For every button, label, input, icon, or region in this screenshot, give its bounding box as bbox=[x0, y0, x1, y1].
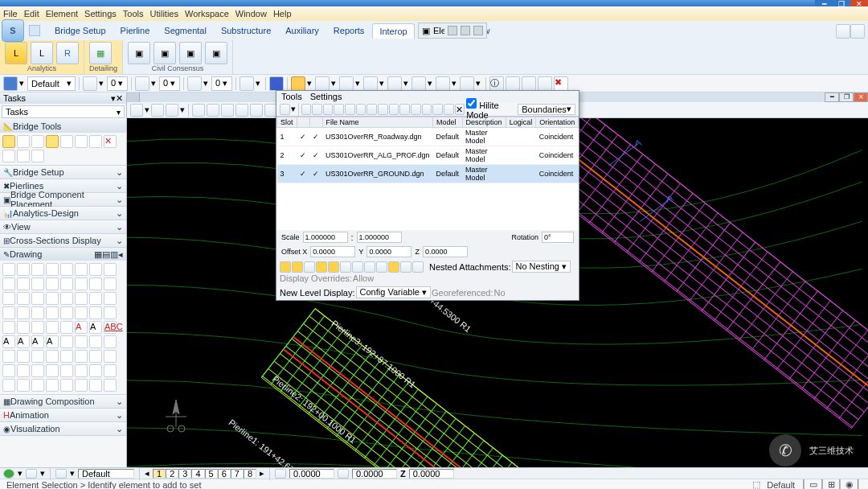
tool-btn[interactable] bbox=[46, 263, 59, 276]
hilite-checkbox[interactable] bbox=[466, 98, 477, 109]
ref-toggle[interactable] bbox=[412, 261, 424, 273]
tool-select-arrow[interactable] bbox=[2, 135, 15, 148]
refwin-tool[interactable] bbox=[323, 104, 334, 115]
tool-delete[interactable]: ✕ bbox=[104, 135, 117, 148]
section-bridge-tools[interactable]: 📐 Bridge Tools bbox=[0, 120, 126, 133]
tool-btn[interactable] bbox=[104, 263, 117, 276]
tool-btn[interactable] bbox=[31, 379, 44, 392]
tool-btn[interactable] bbox=[31, 292, 44, 305]
refwin-menu-settings[interactable]: Settings bbox=[310, 92, 342, 101]
table-row[interactable]: 1✓✓US301OverRR_Roadway.dgnDefaultMaster … bbox=[277, 128, 579, 146]
view-1-button[interactable]: 1 bbox=[153, 469, 166, 479]
ref-toggle[interactable] bbox=[340, 261, 351, 273]
tool-btn[interactable] bbox=[315, 76, 330, 91]
table-row[interactable]: 2✓✓US301OverRR_ALG_PROF.dgnDefaultMaster… bbox=[277, 146, 579, 165]
view-6-button[interactable]: 6 bbox=[218, 469, 231, 479]
col-icon1[interactable] bbox=[297, 117, 309, 128]
active-level-readout[interactable]: Default bbox=[767, 480, 795, 490]
col-slot[interactable]: Slot bbox=[277, 117, 297, 128]
tool-btn[interactable]: A bbox=[46, 335, 59, 348]
section-bcp[interactable]: ▣ Bridge Component Placement⌄ bbox=[0, 193, 126, 206]
refwin-tool[interactable] bbox=[356, 104, 366, 115]
tool-btn[interactable] bbox=[363, 76, 378, 91]
tool-btn[interactable] bbox=[60, 321, 73, 334]
col-desc[interactable]: Description bbox=[462, 117, 506, 128]
ref-toggle[interactable] bbox=[304, 261, 315, 273]
tool-btn[interactable] bbox=[60, 335, 73, 348]
menu-workspace[interactable]: Workspace bbox=[185, 9, 229, 18]
ribbon-btn-create[interactable]: ▣ bbox=[128, 42, 150, 64]
ribbon-collapse-button[interactable] bbox=[836, 24, 850, 39]
ref-toggle[interactable] bbox=[376, 261, 387, 273]
tool-btn[interactable] bbox=[31, 277, 44, 290]
level-select[interactable]: Default▾ bbox=[27, 76, 76, 91]
menu-edit[interactable]: Edit bbox=[24, 9, 39, 18]
tool-select[interactable]: 0 ▾ bbox=[211, 76, 232, 91]
tool-btn[interactable] bbox=[460, 76, 474, 91]
col-model[interactable]: Model bbox=[433, 117, 463, 128]
scale-2-input[interactable] bbox=[357, 232, 402, 243]
tool-btn[interactable] bbox=[31, 364, 44, 377]
app-icon[interactable]: S bbox=[2, 19, 24, 42]
tool-btn[interactable] bbox=[75, 350, 88, 363]
ref-toggle[interactable] bbox=[280, 261, 291, 273]
tool-text-a[interactable]: A bbox=[75, 321, 88, 334]
section-bridge-setup[interactable]: 🔧 Bridge Setup⌄ bbox=[0, 166, 126, 179]
tool-btn[interactable] bbox=[46, 321, 59, 334]
tool-btn[interactable] bbox=[104, 379, 117, 392]
minibar-min-button[interactable] bbox=[448, 26, 457, 35]
tool-btn[interactable] bbox=[60, 379, 73, 392]
offset-x-input[interactable] bbox=[310, 246, 355, 257]
tool-btn[interactable] bbox=[46, 306, 59, 319]
tasks-dropdown[interactable]: Tasks▾ bbox=[2, 105, 125, 118]
fill-button[interactable] bbox=[269, 76, 284, 91]
tool-btn[interactable] bbox=[89, 364, 102, 377]
tool-btn[interactable] bbox=[31, 350, 44, 363]
tool-btn[interactable]: A bbox=[17, 335, 30, 348]
tool-btn[interactable] bbox=[2, 321, 15, 334]
tool-btn[interactable] bbox=[104, 335, 117, 348]
quick-access-button[interactable] bbox=[29, 25, 40, 36]
tool-btn[interactable] bbox=[46, 364, 59, 377]
tool-btn[interactable]: ABC bbox=[104, 321, 117, 334]
tool-btn[interactable] bbox=[31, 306, 44, 319]
refwin-tool[interactable] bbox=[280, 104, 290, 115]
refwin-tool[interactable] bbox=[366, 104, 377, 115]
refwin-tool[interactable] bbox=[312, 104, 322, 115]
tool-btn[interactable] bbox=[89, 379, 102, 392]
tool-btn[interactable] bbox=[60, 263, 73, 276]
tool-btn[interactable] bbox=[436, 76, 450, 91]
refwin-tool[interactable]: ✕ bbox=[455, 104, 465, 115]
locks-button[interactable] bbox=[26, 469, 37, 479]
section-drawcomp[interactable]: ▦ Drawing Composition⌄ bbox=[0, 395, 126, 408]
refwin-tool[interactable] bbox=[345, 104, 355, 115]
tool-btn[interactable] bbox=[187, 76, 202, 91]
window-close-button[interactable]: ✕ bbox=[850, 0, 868, 6]
tool-btn[interactable] bbox=[89, 350, 102, 363]
tool-btn[interactable] bbox=[46, 292, 59, 305]
view-compass[interactable] bbox=[156, 397, 196, 438]
view-tool[interactable] bbox=[207, 104, 219, 117]
tool-btn[interactable] bbox=[31, 135, 44, 148]
tool-btn[interactable] bbox=[17, 364, 30, 377]
ribbon-help-button[interactable] bbox=[850, 24, 865, 39]
view-5-button[interactable]: 5 bbox=[205, 469, 218, 479]
refwin-tool[interactable] bbox=[301, 104, 312, 115]
tool-btn[interactable] bbox=[17, 150, 30, 162]
tool-btn[interactable] bbox=[17, 350, 30, 363]
view-8-button[interactable]: 8 bbox=[244, 469, 256, 479]
ribbon-btn-lbc[interactable]: L bbox=[5, 42, 27, 64]
tool-btn[interactable] bbox=[104, 350, 117, 363]
tool-btn[interactable] bbox=[89, 292, 102, 305]
newlevel-select[interactable]: Config Variable ▾ bbox=[356, 286, 431, 298]
view-tool[interactable] bbox=[250, 104, 263, 117]
ribbon-tab-pierline[interactable]: Pierline bbox=[114, 23, 157, 39]
ribbon-btn-prostructures[interactable]: ▦ bbox=[89, 42, 112, 64]
refwin-menu-tools[interactable]: Tools bbox=[281, 92, 302, 101]
refwin-tool[interactable] bbox=[334, 104, 344, 115]
window-minimize-button[interactable]: ━ bbox=[815, 0, 833, 6]
menu-element[interactable]: Element bbox=[46, 9, 78, 18]
minibar-close-button[interactable] bbox=[473, 26, 483, 35]
ribbon-btn-rm[interactable]: R bbox=[56, 42, 79, 64]
boundaries-select[interactable]: Boundaries ▾ bbox=[518, 104, 575, 115]
